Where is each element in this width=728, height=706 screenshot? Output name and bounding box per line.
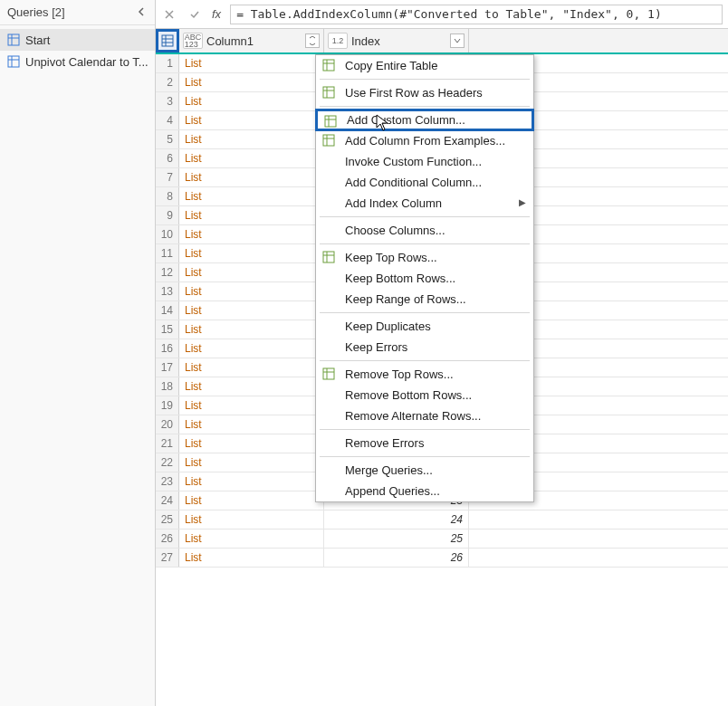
column-header-index[interactable]: 1.2 Index	[324, 29, 469, 52]
menu-item-label: Copy Entire Table	[345, 59, 437, 72]
svg-rect-19	[323, 135, 334, 146]
cell-column1[interactable]: List	[179, 358, 324, 377]
menu-item[interactable]: Keep Bottom Rows...	[316, 268, 533, 289]
row-number: 11	[156, 244, 179, 262]
table-row[interactable]: 25List24	[156, 510, 728, 530]
cell-column1[interactable]: List	[179, 320, 324, 339]
row-number: 6	[156, 149, 179, 167]
menu-item-label: Choose Columns...	[345, 224, 445, 237]
svg-rect-10	[323, 60, 334, 71]
menu-separator	[320, 429, 530, 430]
cell-column1[interactable]: List	[179, 434, 324, 453]
menu-separator	[320, 106, 530, 107]
queries-list: Start Unpivot Calendar to T...	[0, 25, 155, 72]
cell-index: 26	[324, 549, 469, 567]
menu-item[interactable]: Remove Top Rows...	[316, 364, 533, 385]
cell-column1[interactable]: List	[179, 54, 324, 72]
menu-separator	[320, 360, 530, 361]
cell-column1[interactable]: List	[179, 549, 324, 567]
row-number: 13	[156, 282, 179, 301]
menu-separator	[320, 243, 530, 244]
menu-item[interactable]: Merge Queries...	[316, 460, 533, 481]
row-number: 17	[156, 358, 179, 377]
submenu-arrow-icon: ▶	[519, 197, 526, 207]
menu-item[interactable]: Remove Alternate Rows...	[316, 405, 533, 426]
cell-column1[interactable]: List	[179, 263, 324, 281]
cell-column1[interactable]: List	[179, 206, 324, 224]
menu-item-label: Keep Bottom Rows...	[345, 272, 455, 285]
menu-item-label: Remove Alternate Rows...	[345, 409, 481, 423]
cell-column1[interactable]: List	[179, 282, 324, 301]
cell-column1[interactable]: List	[179, 453, 324, 472]
row-number: 2	[156, 73, 179, 91]
cell-column1[interactable]: List	[179, 73, 324, 91]
menu-item[interactable]: Use First Row as Headers	[316, 82, 533, 103]
cell-column1[interactable]: List	[179, 92, 324, 110]
work-area: fx ABC 123 Column1 1.2 Index	[156, 0, 728, 706]
cell-column1[interactable]: List	[179, 244, 324, 262]
svg-rect-6	[162, 35, 173, 46]
cell-column1[interactable]: List	[179, 111, 324, 129]
menu-item[interactable]: Remove Bottom Rows...	[316, 385, 533, 405]
menu-item[interactable]: Choose Columns...	[316, 220, 533, 241]
table-icon	[7, 33, 20, 46]
menu-item-label: Remove Errors	[345, 436, 424, 450]
column-dropdown-button[interactable]	[450, 33, 465, 48]
menu-item-label: Remove Top Rows...	[345, 367, 454, 381]
row-number: 3	[156, 92, 179, 110]
examples-icon	[321, 133, 336, 148]
query-item-start[interactable]: Start	[0, 29, 155, 51]
menu-item[interactable]: Add Conditional Column...	[316, 172, 533, 193]
row-number: 7	[156, 168, 179, 186]
menu-item-label: Keep Duplicates	[345, 320, 431, 333]
row-number: 4	[156, 111, 179, 129]
row-number: 22	[156, 453, 179, 472]
cancel-formula-icon[interactable]	[161, 6, 177, 23]
cell-column1[interactable]: List	[179, 187, 324, 205]
column-header-column1[interactable]: ABC 123 Column1	[179, 29, 324, 52]
table-row[interactable]: 26List25	[156, 530, 728, 549]
table-row[interactable]: 27List26	[156, 549, 728, 568]
menu-item-label: Remove Bottom Rows...	[345, 388, 472, 402]
menu-separator	[320, 456, 530, 457]
menu-item[interactable]: Add Column From Examples...	[316, 130, 533, 151]
query-item-unpivot[interactable]: Unpivot Calendar to T...	[0, 51, 155, 72]
cell-column1[interactable]: List	[179, 510, 324, 529]
collapse-pane-icon[interactable]	[133, 4, 149, 20]
cell-column1[interactable]: List	[179, 472, 324, 491]
menu-item[interactable]: Keep Errors	[316, 337, 533, 358]
menu-item[interactable]: Keep Duplicates	[316, 316, 533, 337]
cell-column1[interactable]: List	[179, 149, 324, 167]
menu-item[interactable]: Remove Errors	[316, 433, 533, 453]
menu-item[interactable]: Add Index Column▶	[316, 193, 533, 214]
cell-column1[interactable]: List	[179, 225, 324, 243]
menu-item[interactable]: Invoke Custom Function...	[316, 151, 533, 172]
menu-item[interactable]: Keep Top Rows...	[316, 247, 533, 268]
menu-separator	[320, 312, 530, 313]
cell-column1[interactable]: List	[179, 130, 324, 148]
table-icon	[161, 34, 174, 47]
column-filter-button[interactable]	[305, 33, 320, 48]
formula-input[interactable]	[230, 5, 723, 24]
menu-item[interactable]: Copy Entire Table	[316, 55, 533, 76]
cell-column1[interactable]: List	[179, 491, 324, 510]
cell-column1[interactable]: List	[179, 339, 324, 358]
confirm-formula-icon[interactable]	[187, 6, 203, 23]
row-number: 26	[156, 530, 179, 548]
select-all-table-button[interactable]	[156, 29, 179, 52]
menu-item[interactable]: Keep Range of Rows...	[316, 289, 533, 310]
svg-rect-25	[323, 368, 334, 379]
cell-column1[interactable]: List	[179, 168, 324, 186]
cell-column1[interactable]: List	[179, 377, 324, 396]
menu-item[interactable]: Add Custom Column...	[315, 109, 534, 131]
menu-item[interactable]: Append Queries...	[316, 481, 533, 501]
row-number: 25	[156, 510, 179, 529]
cell-column1[interactable]: List	[179, 396, 324, 415]
row-number: 20	[156, 415, 179, 434]
menu-item-label: Keep Top Rows...	[345, 251, 437, 264]
svg-rect-16	[325, 116, 336, 127]
cell-column1[interactable]: List	[179, 530, 324, 548]
row-number: 19	[156, 396, 179, 415]
cell-column1[interactable]: List	[179, 301, 324, 320]
cell-column1[interactable]: List	[179, 415, 324, 434]
